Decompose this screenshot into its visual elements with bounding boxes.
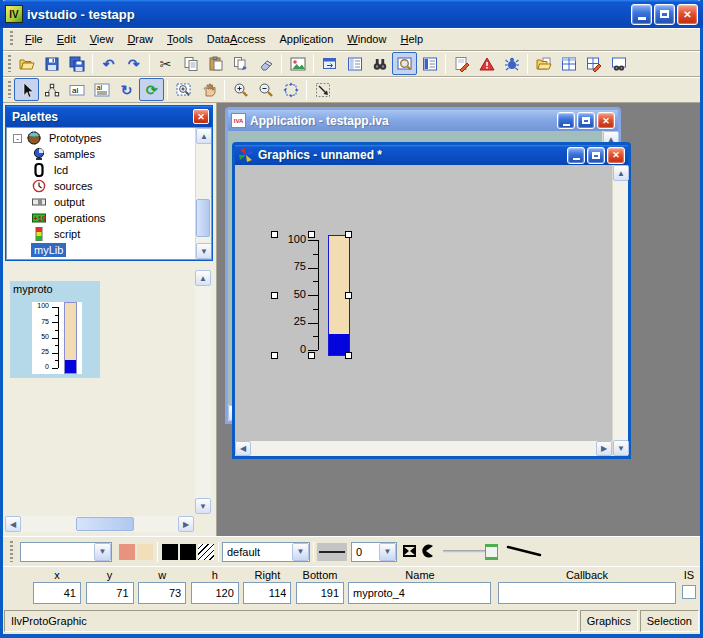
warning-button[interactable] (474, 52, 499, 75)
toolbar-edit-gripper[interactable] (8, 81, 11, 99)
scroll-down-icon[interactable]: ▼ (195, 498, 211, 514)
tree-item-label[interactable]: myLib (31, 243, 66, 257)
table-edit-button[interactable] (581, 52, 606, 75)
eraser-button[interactable] (253, 52, 278, 75)
tree-item-samples[interactable]: samples (7, 146, 194, 162)
palettes-title-bar[interactable]: Palettes ✕ (6, 106, 212, 127)
fill-foreground-swatch[interactable] (119, 544, 135, 560)
scroll-left-icon[interactable]: ◀ (5, 516, 21, 532)
close-button[interactable]: ✕ (607, 147, 625, 164)
y-field[interactable] (86, 582, 134, 604)
selection-handle[interactable] (308, 231, 315, 238)
graphics-title-bar[interactable]: Graphics - unnamed * ✕ (235, 145, 628, 165)
palettes-vertical-scrollbar[interactable]: ▲ ▼ (195, 128, 211, 259)
proto-vertical-scrollbar[interactable]: ▲ ▼ (195, 270, 211, 514)
menu-view[interactable]: View (83, 30, 121, 48)
image-viewer-button[interactable] (285, 52, 310, 75)
window-arrange-button[interactable] (317, 52, 342, 75)
maximize-button[interactable] (654, 4, 675, 25)
grid-view-button[interactable] (556, 52, 581, 75)
attributes-toolbar-gripper[interactable] (10, 541, 13, 561)
tree-item-lcd[interactable]: lcd (7, 162, 194, 178)
arc-mode-icon[interactable] (421, 543, 435, 561)
menu-help[interactable]: Help (393, 30, 430, 48)
scroll-right-icon[interactable]: ▶ (596, 441, 612, 456)
label-tool-button[interactable]: al (64, 78, 89, 101)
redo-arrow-button[interactable]: ↷ (121, 52, 146, 75)
duplicate-button[interactable] (228, 52, 253, 75)
w-field[interactable] (138, 582, 186, 604)
callback-field[interactable] (498, 582, 676, 604)
rotate-button[interactable]: ↻ (114, 78, 139, 101)
name-field[interactable] (348, 582, 491, 604)
open-folder-button[interactable] (14, 52, 39, 75)
menubar-gripper[interactable] (10, 31, 13, 46)
tree-item-sources[interactable]: sources (7, 178, 194, 194)
maximize-button[interactable] (587, 147, 605, 164)
scroll-thumb[interactable] (76, 517, 134, 531)
bottom-field[interactable] (296, 582, 344, 604)
selection-handle[interactable] (345, 352, 352, 359)
tree-item-label[interactable]: sources (51, 179, 96, 193)
pan-hand-button[interactable] (196, 78, 221, 101)
fit-view-button[interactable] (278, 78, 303, 101)
note-edit-button[interactable] (449, 52, 474, 75)
graphics-vertical-scrollbar[interactable]: ▲ ▼ (612, 165, 628, 456)
scroll-up-icon[interactable]: ▲ (196, 128, 212, 144)
scroll-right-icon[interactable]: ▶ (178, 516, 194, 532)
pattern-hatch-swatch[interactable] (198, 544, 214, 560)
x-field[interactable] (33, 582, 81, 604)
graphics-horizontal-scrollbar[interactable]: ◀ ▶ (235, 441, 612, 456)
scroll-left-icon[interactable]: ◀ (235, 441, 251, 456)
folder-pages-button[interactable] (531, 52, 556, 75)
layer-combobox[interactable]: ▼ (20, 542, 112, 562)
tree-item-label[interactable]: samples (51, 147, 98, 161)
save-all-button[interactable] (64, 52, 89, 75)
list-editor-button[interactable] (417, 52, 442, 75)
tree-item-script[interactable]: script (7, 226, 194, 242)
minimize-button[interactable] (567, 147, 585, 164)
palettes-close-icon[interactable]: ✕ (193, 109, 209, 124)
cut-button[interactable]: ✂ (153, 52, 178, 75)
tree-item-output[interactable]: output (7, 194, 194, 210)
pattern-foreground-swatch[interactable] (162, 544, 178, 560)
slider-track[interactable] (443, 550, 485, 553)
menu-draw[interactable]: Draw (120, 30, 160, 48)
tree-item-label[interactable]: output (51, 195, 88, 209)
tree-item-operations[interactable]: +10operations (7, 210, 194, 226)
proto-horizontal-scrollbar[interactable]: ◀ ▶ (5, 516, 194, 532)
tree-item-label[interactable]: Prototypes (46, 131, 105, 145)
line-width-combobox[interactable]: 0 ▼ (351, 542, 397, 562)
maximize-button[interactable] (577, 112, 595, 129)
zoom-region-button[interactable] (171, 78, 196, 101)
chevron-down-icon[interactable]: ▼ (379, 543, 396, 561)
menu-application[interactable]: Application (272, 30, 340, 48)
right-field[interactable] (243, 582, 291, 604)
tree-item-prototypes[interactable]: -Prototypes (7, 130, 194, 146)
tree-item-mylib[interactable]: myLib (7, 242, 194, 258)
selection-handle[interactable] (271, 231, 278, 238)
paste-button[interactable] (203, 52, 228, 75)
graphics-canvas[interactable]: 1007550250 (235, 165, 612, 441)
line-angle-preview[interactable] (506, 543, 542, 561)
search-form-button[interactable] (606, 52, 631, 75)
gauge-thermometer[interactable] (64, 302, 77, 374)
copy-button[interactable] (178, 52, 203, 75)
chevron-down-icon[interactable]: ▼ (94, 543, 111, 561)
fill-background-swatch[interactable] (137, 544, 153, 560)
magnifier-window-button[interactable] (392, 52, 417, 75)
scroll-up-icon[interactable]: ▲ (613, 165, 629, 181)
is-checkbox[interactable] (682, 585, 696, 599)
scroll-down-icon[interactable]: ▼ (196, 243, 212, 259)
zoom-in-button[interactable] (228, 78, 253, 101)
fill-rule-icon[interactable] (402, 543, 417, 561)
tree-item-label[interactable]: lcd (51, 163, 71, 177)
menu-edit[interactable]: Edit (50, 30, 83, 48)
menu-dataaccess[interactable]: DataAccess (200, 30, 273, 48)
expander-icon[interactable]: - (13, 134, 22, 143)
select-arrow-button[interactable] (14, 78, 39, 101)
bug-button[interactable] (499, 52, 524, 75)
binoculars-button[interactable] (367, 52, 392, 75)
slider-thumb[interactable] (485, 544, 498, 560)
undo-arrow-button[interactable]: ↶ (96, 52, 121, 75)
